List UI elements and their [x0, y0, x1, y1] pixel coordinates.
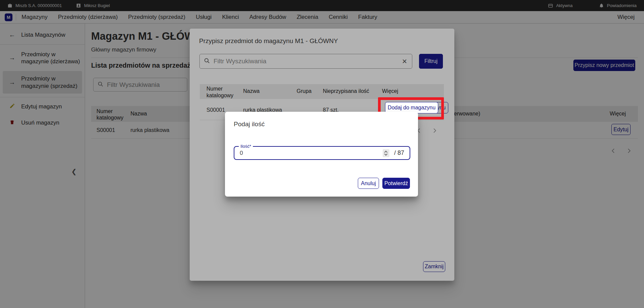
cancel-button[interactable]: Anuluj [358, 178, 379, 189]
quantity-field-label: Ilość* [239, 144, 253, 149]
confirm-button[interactable]: Potwierdź [382, 178, 410, 189]
quantity-input[interactable] [240, 150, 383, 157]
quantity-stepper[interactable] [383, 149, 389, 157]
dialog-title: Podaj ilość [234, 121, 265, 128]
quantity-max-hint: / 87 [394, 149, 404, 157]
app-screen: Miszb S.A. 0000000001 Miłosz Bugiel Akty… [0, 0, 644, 308]
quantity-field: Ilość* / 87 [234, 146, 410, 160]
quantity-dialog: Podaj ilość Ilość* / 87 Anuluj Potwierdź [225, 112, 418, 197]
